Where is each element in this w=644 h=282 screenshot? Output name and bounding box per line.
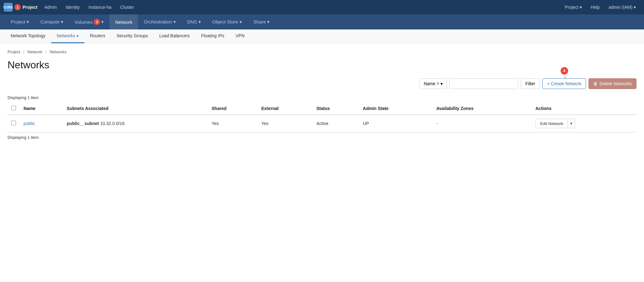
row-admin-state-cell: UP — [359, 115, 432, 132]
table-bottom-divider — [8, 132, 636, 133]
second-nav-network[interactable]: Network — [109, 14, 138, 29]
top-nav-user[interactable]: admin (IAM) ▾ — [604, 0, 640, 14]
project-label: Project — [23, 5, 37, 10]
create-network-button[interactable]: + Create Network — [542, 78, 586, 89]
row-availability-zones-cell: - — [433, 115, 532, 132]
volumes-badge: 2 — [94, 19, 100, 25]
select-all-checkbox[interactable] — [11, 106, 16, 110]
row-actions-cell: Edit Network ▾ — [532, 115, 636, 132]
second-nav-compute[interactable]: Compute ▾ — [35, 14, 69, 29]
top-nav-cluster[interactable]: Cluster — [116, 0, 138, 14]
col-shared: Shared — [208, 102, 257, 115]
edit-network-dropdown[interactable]: ▾ — [568, 119, 575, 128]
create-network-wrapper: 4 ↓ + Create Network — [542, 78, 586, 89]
tab-network-topology[interactable]: Network Topology — [5, 29, 51, 43]
table-row: public public__subnet 10.32.0.0/16 Yes Y… — [8, 115, 636, 132]
second-nav-volumes[interactable]: Volumes 2 ▾ — [69, 14, 110, 29]
second-nav-dns[interactable]: DNS ▾ — [182, 14, 207, 29]
filter-input[interactable] — [449, 78, 518, 89]
network-name-link[interactable]: public — [24, 121, 35, 126]
displaying-count-bottom: Displaying 1 item — [8, 135, 636, 140]
table-header-row: Name Subnets Associated Shared External … — [8, 102, 636, 115]
top-nav-help[interactable]: Help — [586, 0, 604, 14]
tab-networks[interactable]: Networks ● — [51, 29, 84, 43]
breadcrumb-sep-2: / — [45, 50, 47, 54]
row-name-cell: public — [20, 115, 63, 132]
top-nav-project-dropdown[interactable]: Project ▾ — [561, 0, 586, 14]
project-badge: 1 — [14, 4, 21, 10]
displaying-count-top: Displaying 1 item — [8, 95, 636, 100]
cube-logo: CUBE — [4, 3, 13, 12]
filter-name-dropdown[interactable]: Name = ▾ — [420, 78, 446, 89]
tab-bar: Network Topology Networks ● Routers Secu… — [0, 29, 644, 43]
filter-bar: Name = ▾ Filter 4 ↓ + Create Network 🗑 D… — [8, 78, 636, 89]
create-network-arrow: ↓ — [563, 73, 567, 80]
row-external-cell: Yes — [258, 115, 313, 132]
delete-label: Delete Networks — [599, 81, 632, 86]
second-nav-project[interactable]: Project ▾ — [5, 14, 35, 29]
second-nav-orchestration[interactable]: Orchestration ▾ — [138, 14, 181, 29]
col-actions: Actions — [532, 102, 636, 115]
tab-routers[interactable]: Routers — [84, 29, 111, 43]
main-content: Project / Network / Networks Networks Na… — [0, 43, 644, 149]
logo: CUBE 1 Project — [4, 3, 37, 12]
breadcrumb-networks: Networks — [50, 50, 66, 54]
filter-button[interactable]: Filter — [521, 78, 540, 89]
tab-security-groups[interactable]: Security Groups — [111, 29, 154, 43]
subnet-name: public__subnet — [67, 121, 99, 126]
tab-vpn[interactable]: VPN — [230, 29, 250, 43]
edit-network-button[interactable]: Edit Network — [536, 119, 568, 128]
col-name: Name — [20, 102, 63, 115]
breadcrumb-project: Project — [8, 50, 20, 54]
top-nav-instance-ha[interactable]: Instance-ha — [84, 0, 116, 14]
breadcrumb: Project / Network / Networks — [8, 50, 636, 54]
top-nav-admin[interactable]: Admin — [40, 0, 61, 14]
col-checkbox — [8, 102, 20, 115]
networks-table: Name Subnets Associated Shared External … — [8, 102, 636, 132]
delete-networks-button[interactable]: 🗑 Delete Networks — [589, 78, 636, 89]
top-nav-right: Project ▾ Help admin (IAM) ▾ — [561, 0, 640, 14]
action-btn-group: Edit Network ▾ — [536, 119, 633, 128]
tab-floating-ips[interactable]: Floating IPs — [195, 29, 230, 43]
col-external: External — [258, 102, 313, 115]
delete-icon: 🗑 — [593, 81, 598, 86]
networks-tab-badge: ● — [76, 34, 78, 38]
chevron-down-icon: ▾ — [570, 121, 572, 126]
page-title: Networks — [8, 59, 636, 71]
row-checkbox[interactable] — [11, 121, 16, 125]
second-nav-object-store[interactable]: Object Store ▾ — [207, 14, 248, 29]
second-navigation: Project ▾ Compute ▾ Volumes 2 ▾ Network … — [0, 14, 644, 29]
breadcrumb-sep-1: / — [23, 50, 24, 54]
row-subnets-cell: public__subnet 10.32.0.0/16 — [63, 115, 208, 132]
col-status: Status — [313, 102, 359, 115]
tab-load-balancers[interactable]: Load Balancers — [154, 29, 195, 43]
second-nav-share[interactable]: Share ▾ — [248, 14, 275, 29]
col-admin-state: Admin State — [359, 102, 432, 115]
top-navigation: CUBE 1 Project Admin Identity Instance-h… — [0, 0, 644, 14]
breadcrumb-network: Network — [27, 50, 42, 54]
col-availability-zones: Availability Zones — [433, 102, 532, 115]
top-nav-identity[interactable]: Identity — [61, 0, 84, 14]
row-status-cell: Active — [313, 115, 359, 132]
row-checkbox-cell — [8, 115, 20, 132]
row-shared-cell: Yes — [208, 115, 257, 132]
subnet-cidr: 10.32.0.0/16 — [100, 121, 124, 126]
col-subnets: Subnets Associated — [63, 102, 208, 115]
